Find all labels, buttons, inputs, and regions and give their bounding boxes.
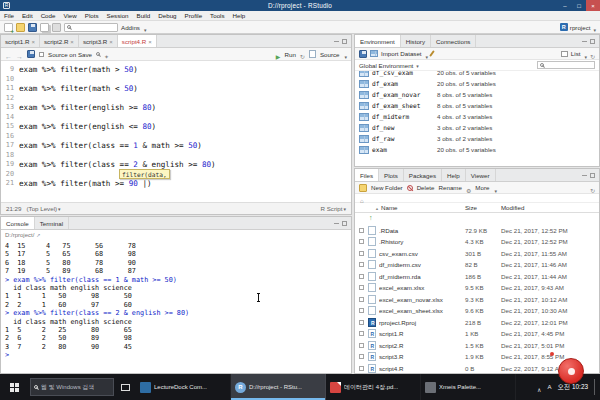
file-checkbox[interactable] (359, 239, 364, 244)
pane-tab[interactable]: Console (1, 217, 35, 229)
notification-center-button[interactable] (594, 379, 597, 395)
file-row[interactable] (355, 213, 599, 225)
file-row[interactable]: excel_exam_novar.xlsx 9.3 KB Dec 21, 201… (355, 294, 599, 306)
minimize-pane-icon[interactable] (334, 41, 339, 42)
environment-item[interactable]: df_exam_novar 8 obs. of 5 variables (355, 89, 599, 100)
print-icon[interactable] (52, 23, 61, 32)
back-icon[interactable] (5, 45, 12, 63)
tray-expand-icon[interactable] (537, 378, 541, 396)
save-all-icon[interactable] (40, 23, 49, 32)
file-name[interactable]: .RData (379, 227, 465, 234)
new-file-icon[interactable] (4, 23, 13, 32)
pane-tab[interactable]: Terminal (35, 217, 69, 229)
environment-scope-selector[interactable]: Global Environment (359, 62, 413, 69)
code-editor[interactable]: 9 exam %>% filter(math > 50) 10 11 exam … (1, 62, 351, 202)
file-name[interactable]: csv_exam.csv (379, 250, 465, 257)
file-row[interactable]: excel_exam.xlsx 9.5 KB Dec 21, 2017, 9:4… (355, 282, 599, 294)
save-icon[interactable] (28, 23, 37, 32)
console-output[interactable]: 4 15 4 75 56 785 17 5 65 68 986 18 5 80 … (1, 240, 351, 373)
environment-item[interactable]: df_raw 3 obs. of 2 variables (355, 133, 599, 144)
maximize-button[interactable] (572, 0, 586, 11)
source-on-save-checkbox[interactable] (39, 52, 44, 57)
file-row[interactable]: script2.R 1.5 KB Dec 21, 2017, 5:01 PM (355, 340, 599, 352)
menu-item[interactable]: View (59, 12, 80, 19)
forward-icon[interactable] (16, 45, 23, 63)
file-name[interactable]: df_midterm.csv (379, 261, 465, 268)
home-icon[interactable] (360, 189, 364, 207)
start-button[interactable] (0, 374, 28, 400)
scope-selector[interactable]: (Top Level) (26, 205, 60, 212)
menu-item[interactable]: Help (229, 12, 250, 19)
environment-item[interactable]: df_csv_exam 20 obs. of 5 variables (355, 71, 599, 78)
minimize-pane-icon[interactable] (334, 223, 339, 224)
maximize-pane-icon[interactable] (342, 221, 347, 226)
menu-item[interactable]: Profile (181, 12, 207, 19)
menu-item[interactable]: Edit (18, 12, 37, 19)
close-icon[interactable] (109, 38, 113, 45)
new-folder-button[interactable]: New Folder (371, 184, 403, 191)
pane-tab[interactable]: Environment (355, 35, 401, 47)
file-checkbox[interactable] (359, 274, 364, 279)
delete-button[interactable]: Delete (417, 184, 435, 191)
environment-item[interactable]: df_exam 20 obs. of 5 variables (355, 78, 599, 89)
import-dataset-button[interactable]: Import Dataset (381, 50, 422, 57)
file-row[interactable]: csv_exam.csv 301 B Dec 21, 2017, 11:55 A… (355, 248, 599, 260)
file-checkbox[interactable] (359, 366, 364, 371)
file-name[interactable]: excel_exam_sheet.xlsx (379, 307, 465, 314)
environment-item[interactable]: df_exam_sheet 8 obs. of 5 variables (355, 100, 599, 111)
maximize-pane-icon[interactable] (590, 173, 595, 178)
run-button[interactable]: Run (284, 51, 295, 58)
column-header-size[interactable]: Size (465, 204, 501, 211)
column-header-name[interactable]: Name (381, 204, 465, 211)
menu-item[interactable]: File (0, 12, 18, 19)
code-tools-icon[interactable] (104, 45, 109, 63)
menu-item[interactable]: Debug (154, 12, 180, 19)
file-name[interactable]: df_midterm.rda (379, 273, 465, 280)
recording-indicator[interactable] (558, 358, 584, 384)
menu-item[interactable]: Session (103, 12, 133, 19)
find-icon[interactable] (96, 52, 100, 56)
view-mode-button[interactable]: List (571, 50, 581, 57)
file-checkbox[interactable] (359, 285, 364, 290)
file-name[interactable]: script2.R (379, 342, 465, 349)
file-row[interactable]: script1.R 1 KB Dec 21, 2017, 4:45 PM (355, 328, 599, 340)
maximize-pane-icon[interactable] (590, 39, 595, 44)
file-name[interactable]: script1.R (379, 330, 465, 337)
file-checkbox[interactable] (359, 343, 364, 348)
more-button[interactable]: More (475, 184, 489, 191)
clear-workspace-icon[interactable] (429, 50, 435, 57)
source-file-tab[interactable]: script3.R (79, 35, 118, 47)
close-icon[interactable] (70, 38, 74, 45)
close-button[interactable] (586, 0, 600, 11)
pane-tab[interactable]: Help (442, 169, 466, 181)
close-icon[interactable] (31, 38, 35, 45)
file-checkbox[interactable] (359, 320, 364, 325)
pane-tab[interactable]: Connections (431, 35, 476, 47)
source-file-tab[interactable]: script4.R (118, 35, 157, 47)
file-type-selector[interactable]: R Script (320, 205, 346, 212)
maximize-pane-icon[interactable] (342, 39, 347, 44)
minimize-button[interactable] (558, 0, 572, 11)
file-name[interactable]: excel_exam_novar.xlsx (379, 296, 465, 303)
environment-search-input[interactable] (537, 61, 595, 69)
file-name[interactable]: script3.R (379, 353, 465, 360)
file-row[interactable]: rproject.Rproj 218 B Dec 22, 2017, 12:01… (355, 317, 599, 329)
pane-tab[interactable]: Plots (379, 169, 404, 181)
file-row[interactable]: df_midterm.csv 82 B Dec 21, 2017, 11:46 … (355, 259, 599, 271)
rename-button[interactable]: Rename (439, 184, 462, 191)
file-row[interactable]: excel_exam_sheet.xlsx 9.6 KB Dec 21, 201… (355, 305, 599, 317)
environment-item[interactable]: df_midterm 4 obs. of 3 variables (355, 111, 599, 122)
file-checkbox[interactable] (359, 354, 364, 359)
pane-tab[interactable]: Files (355, 169, 379, 181)
column-header-modified[interactable]: Modified (501, 204, 595, 211)
file-name[interactable]: excel_exam.xlsx (379, 284, 465, 291)
taskbar-app[interactable]: LectureDock Com... (136, 374, 231, 400)
taskbar-app[interactable]: Xmeis Palette... (421, 374, 516, 400)
addins-button[interactable]: Addins (121, 24, 140, 31)
file-row[interactable]: df_midterm.rda 186 B Dec 21, 2017, 11:44… (355, 271, 599, 283)
minimize-pane-icon[interactable] (582, 41, 587, 42)
save-workspace-icon[interactable] (359, 50, 367, 58)
environment-item[interactable]: df_new 3 obs. of 2 variables (355, 122, 599, 133)
menu-item[interactable]: Code (37, 12, 60, 19)
task-view-button[interactable] (114, 374, 136, 400)
